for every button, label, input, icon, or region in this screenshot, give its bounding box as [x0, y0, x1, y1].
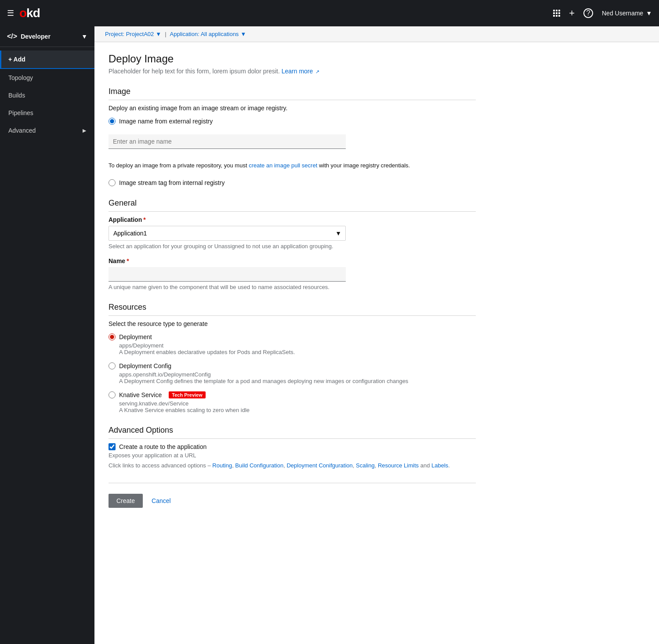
form-content: Deploy Image Placeholder for help text f… — [94, 42, 490, 518]
resource-dc-row: Deployment Config — [109, 362, 476, 369]
image-input-wrapper — [109, 134, 476, 149]
form-actions: Create Cancel — [109, 483, 476, 508]
code-icon: </> — [7, 33, 17, 40]
application-select-wrapper: Application1 ▼ — [109, 226, 346, 241]
image-radio-group: Image name from external registry To dep… — [109, 118, 476, 186]
breadcrumb-app-chevron: ▼ — [240, 31, 246, 37]
image-pull-secret-link[interactable]: create an image pull secret — [249, 162, 319, 169]
resources-section-desc: Select the resource type to generate — [109, 320, 476, 327]
developer-chevron-icon: ▼ — [81, 33, 87, 40]
sidebar-developer-switcher[interactable]: </> Developer ▼ — [0, 26, 94, 47]
name-helper: A unique name given to the component tha… — [109, 284, 476, 290]
resource-deployment-config: Deployment Config apps.openshift.io/Depl… — [109, 362, 476, 384]
resource-deployment-row: Deployment — [109, 333, 476, 340]
name-required: * — [127, 257, 129, 264]
sidebar-item-topology[interactable]: Topology — [0, 69, 94, 87]
breadcrumb: Project: ProjectA02 ▼ | Application: All… — [94, 26, 659, 42]
name-label: Name * — [109, 257, 476, 264]
topbar-right: + ? Ned Username ▼ — [553, 7, 652, 19]
advanced-options-section: Advanced Options Create a route to the a… — [109, 426, 476, 469]
advanced-links-line: Click links to access advanced options –… — [109, 462, 476, 469]
knative-desc: A Knative Service enables scaling to zer… — [119, 407, 476, 413]
sidebar: </> Developer ▼ + Add Topology Builds Pi… — [0, 26, 94, 644]
image-section-desc: Deploy an existing image from an image s… — [109, 105, 476, 112]
breadcrumb-project-chevron: ▼ — [156, 31, 161, 37]
advanced-chevron-icon: ► — [81, 127, 87, 134]
create-button[interactable]: Create — [109, 494, 143, 508]
dc-api: apps.openshift.io/DeploymentConfig — [119, 371, 476, 378]
resource-knative: Knative Service Tech Preview serving.kna… — [109, 391, 476, 413]
resource-deployment: Deployment apps/Deployment A Deployment … — [109, 333, 476, 355]
username-label: Ned Username — [602, 10, 643, 17]
resources-section-title: Resources — [109, 303, 476, 316]
sidebar-item-add[interactable]: + Add — [0, 51, 94, 69]
breadcrumb-separator: | — [165, 31, 166, 37]
apps-grid-icon[interactable] — [553, 10, 560, 17]
image-radio-external-input[interactable] — [109, 118, 116, 125]
advanced-options-title: Advanced Options — [109, 426, 476, 439]
application-select[interactable]: Application1 — [109, 226, 346, 241]
cancel-button[interactable]: Cancel — [150, 494, 173, 508]
deployment-desc: A Deployment enables declarative updates… — [119, 349, 476, 355]
topbar: ☰ okd + ? Ned Username ▼ — [0, 0, 659, 26]
application-field: Application * Application1 ▼ Select an a… — [109, 216, 476, 250]
name-field: Name * A unique name given to the compon… — [109, 257, 476, 290]
sidebar-nav: + Add Topology Builds Pipelines Advanced… — [0, 47, 94, 143]
add-icon[interactable]: + — [569, 7, 575, 19]
labels-link[interactable]: Labels — [431, 462, 448, 469]
knative-api: serving.knative.dev/Service — [119, 400, 476, 407]
image-radio-external[interactable]: Image name from external registry — [109, 118, 476, 125]
image-name-input[interactable] — [109, 134, 346, 149]
sidebar-item-advanced[interactable]: Advanced ► — [0, 122, 94, 139]
user-dropdown-icon: ▼ — [646, 10, 652, 17]
logo: okd — [19, 6, 40, 20]
resource-deployment-radio[interactable] — [109, 333, 116, 340]
image-section: Image Deploy an existing image from an i… — [109, 87, 476, 186]
application-helper: Select an application for your grouping … — [109, 243, 476, 250]
general-section: General Application * Application1 ▼ Sel… — [109, 199, 476, 290]
logo-o: o — [19, 6, 26, 20]
external-link-icon: ↗ — [315, 69, 319, 74]
logo-kd: kd — [26, 6, 40, 20]
deployment-config-link[interactable]: Deployment Conifguration — [286, 462, 352, 469]
sidebar-developer-label: </> Developer — [7, 33, 51, 40]
create-route-checkbox-label[interactable]: Create a route to the application — [109, 443, 476, 450]
build-config-link[interactable]: Build Configuration — [235, 462, 283, 469]
user-menu[interactable]: Ned Username ▼ — [602, 10, 652, 17]
sidebar-item-pipelines[interactable]: Pipelines — [0, 104, 94, 122]
resource-knative-row: Knative Service Tech Preview — [109, 391, 476, 398]
resources-section: Resources Select the resource type to ge… — [109, 303, 476, 413]
name-input[interactable] — [109, 267, 346, 282]
image-radio-internal-input[interactable] — [109, 179, 116, 186]
resource-knative-radio[interactable] — [109, 391, 116, 398]
image-section-title: Image — [109, 87, 476, 100]
sidebar-item-builds[interactable]: Builds — [0, 87, 94, 104]
page-title: Deploy Image — [109, 53, 476, 65]
deployment-api: apps/Deployment — [119, 342, 476, 349]
create-route-checkbox[interactable] — [109, 443, 116, 450]
expose-url-text: Exposes your application at a URL — [109, 452, 476, 459]
dc-desc: A Deployment Config defines the template… — [119, 378, 476, 384]
breadcrumb-application[interactable]: Application: All applications ▼ — [170, 31, 246, 37]
resource-dc-radio[interactable] — [109, 362, 116, 369]
hamburger-icon[interactable]: ☰ — [7, 8, 14, 18]
learn-more-link[interactable]: Learn more ↗ — [282, 68, 319, 75]
application-label: Application * — [109, 216, 476, 223]
breadcrumb-project[interactable]: Project: ProjectA02 ▼ — [105, 31, 161, 37]
main-content: Project: ProjectA02 ▼ | Application: All… — [94, 26, 659, 644]
private-repo-note: To deploy an image from a private reposi… — [109, 162, 476, 169]
page-subtitle: Placeholder for help text for this form,… — [109, 68, 476, 75]
general-section-title: General — [109, 199, 476, 212]
tech-preview-badge: Tech Preview — [169, 391, 206, 398]
scaling-link[interactable]: Scaling — [356, 462, 375, 469]
routing-link[interactable]: Routing — [212, 462, 232, 469]
application-required: * — [143, 216, 145, 223]
resource-limits-link[interactable]: Resource Limits — [378, 462, 419, 469]
help-icon[interactable]: ? — [583, 8, 593, 18]
image-radio-internal[interactable]: Image stream tag from internal registry — [109, 179, 476, 186]
